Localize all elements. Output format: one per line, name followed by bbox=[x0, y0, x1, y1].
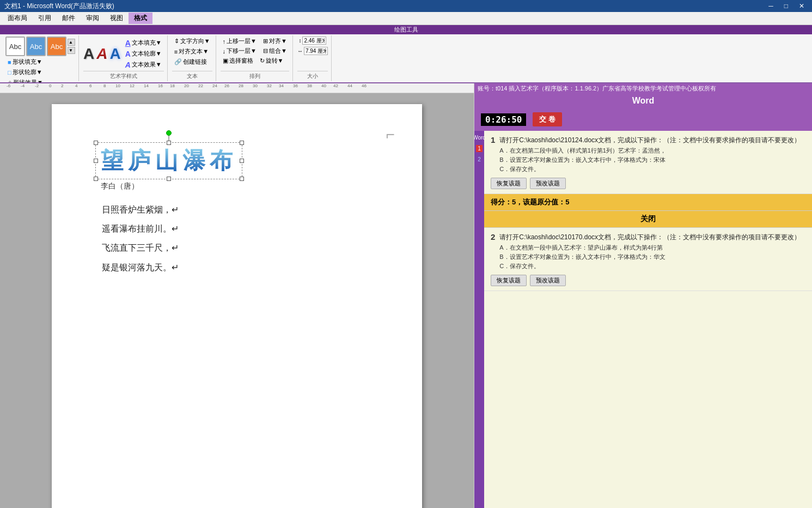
q2-restore-btn[interactable]: 恢复该题 bbox=[491, 275, 527, 286]
ribbon-group-shape-style: Abc Abc Abc ▲ ▼ ■形状填充▼ □形状轮廓▼ ◈形状效果▼ bbox=[2, 35, 79, 81]
selection-pane-btn[interactable]: ▣ 选择窗格 bbox=[221, 56, 255, 65]
shape-style-btn-1[interactable]: Abc bbox=[5, 37, 25, 56]
shape-style-expand-up[interactable]: ▲ bbox=[68, 39, 75, 46]
art-title-text: 望庐山瀑布 bbox=[101, 148, 237, 173]
q2-sub-c: C．保存文件。 bbox=[499, 262, 801, 270]
ribbon: Abc Abc Abc ▲ ▼ ■形状填充▼ □形状轮廓▼ ◈形状效果▼ bbox=[0, 34, 812, 83]
size-width-input[interactable] bbox=[304, 47, 328, 55]
shape-style-expand-down[interactable]: ▼ bbox=[68, 47, 75, 54]
title-bar-text: 文档1 - Microsoft Word(产品激活失败) bbox=[4, 2, 114, 11]
doc-scroll[interactable]: ⌐ bbox=[0, 93, 474, 508]
question-text-2: 请打开C:\kaoshi\doc\210170.docx文档，完成以下操作：（注… bbox=[499, 232, 801, 243]
ribbon-group-arrange: ↑ 上移一层▼ ⊞ 对齐▼ ↓ 下移一层▼ ⊟ 组合▼ ▣ 选择窗格 ↻ 旋转▼… bbox=[217, 35, 293, 81]
align-btn[interactable]: ⊞ 对齐▼ bbox=[261, 37, 289, 46]
question-number-1: 1 bbox=[491, 135, 495, 144]
menu-layout[interactable]: 面布局 bbox=[2, 13, 33, 24]
rotate-btn[interactable]: ↻ 旋转▼ bbox=[258, 56, 286, 65]
word-area: -6 -4 -2 0 2 4 6 8 10 12 14 16 18 20 22 … bbox=[0, 83, 474, 508]
word-title-right: Word bbox=[474, 94, 812, 108]
ribbon-group-art-text: A A A A 文本填充▼ A 文本轮廓▼ A 文本效果▼ bbox=[80, 35, 168, 81]
minimize-btn[interactable]: ─ bbox=[765, 2, 777, 10]
close-bar[interactable]: 关闭 bbox=[484, 211, 812, 228]
art-text-style-3[interactable]: A bbox=[109, 45, 120, 63]
text-effect-btn[interactable]: A 文本效果▼ bbox=[123, 60, 164, 70]
ribbon-group-size: ↕ ↔ 大小 bbox=[294, 35, 332, 81]
submit-button[interactable]: 交 卷 bbox=[533, 112, 562, 126]
q1-sub-b: B．设置艺术字对象位置为：嵌入文本行中，字体格式为：宋体 bbox=[499, 156, 801, 164]
poem-author-line: 李白（唐） bbox=[101, 182, 389, 191]
art-text-content: 望庐山瀑布 bbox=[95, 142, 242, 179]
art-text-container[interactable]: 望庐山瀑布 bbox=[95, 142, 242, 179]
menu-review[interactable]: 审阅 bbox=[81, 13, 105, 24]
poem-lines: 日照香炉生紫烟，↵ 遥看瀑布挂前川。↵ 飞流直下三千尺，↵ 疑是银河落九天。↵ bbox=[84, 200, 389, 277]
poem-line-4: 疑是银河落九天。↵ bbox=[84, 258, 389, 277]
menu-mail[interactable]: 邮件 bbox=[57, 13, 81, 24]
question-number-2: 2 bbox=[491, 232, 495, 241]
q1-sub-c: C．保存文件。 bbox=[499, 165, 801, 173]
q1-restore-btn[interactable]: 恢复该题 bbox=[491, 178, 527, 189]
side-nav-item-1[interactable]: 1 bbox=[475, 144, 484, 153]
shape-fill-btn[interactable]: ■形状填充▼ bbox=[5, 57, 75, 66]
poem-line-2: 遥看瀑布挂前川。↵ bbox=[84, 219, 389, 238]
q1-sub-a: A．在文档第二段中插入（样式第1行第1列）艺术字：孟浩然， bbox=[499, 147, 801, 155]
ribbon-group-text: ⇕ 文字方向▼ ≡ 对齐文本▼ 🔗 创建链接 文本 bbox=[169, 35, 216, 81]
art-text-label: 艺术字样式 bbox=[83, 71, 164, 80]
rotation-handle[interactable] bbox=[166, 130, 172, 136]
arrange-label: 排列 bbox=[221, 71, 289, 80]
selection-bracket: ⌐ bbox=[386, 126, 395, 143]
close-btn[interactable]: ✕ bbox=[796, 2, 808, 10]
shape-outline-btn[interactable]: □形状轮廓▼ bbox=[5, 68, 75, 77]
text-outline-btn[interactable]: A 文本轮廓▼ bbox=[123, 49, 164, 59]
q2-preview-btn[interactable]: 预改该题 bbox=[530, 275, 566, 286]
align-text-btn[interactable]: ≡ 对齐文本▼ bbox=[172, 47, 211, 56]
send-back-btn[interactable]: ↓ 下移一层▼ bbox=[221, 46, 259, 56]
shape-style-btn-2[interactable]: Abc bbox=[26, 37, 46, 56]
create-link-btn[interactable]: 🔗 创建链接 bbox=[172, 57, 209, 66]
shape-style-btn-3[interactable]: Abc bbox=[47, 37, 66, 56]
right-content: 1 请打开C:\kaoshi\doc\210124.docx文档，完成以下操作：… bbox=[484, 131, 812, 508]
group-btn[interactable]: ⊟ 组合▼ bbox=[261, 46, 289, 56]
size-height-input[interactable] bbox=[302, 37, 326, 45]
ruler: -6 -4 -2 0 2 4 6 8 10 12 14 16 18 20 22 … bbox=[0, 83, 474, 93]
poem-line-3: 飞流直下三千尺，↵ bbox=[84, 238, 389, 257]
doc-page: ⌐ bbox=[52, 104, 422, 508]
question-item-2: 2 请打开C:\kaoshi\doc\210170.docx文档，完成以下操作：… bbox=[484, 228, 812, 291]
q2-sub-b: B．设置艺术字对象位置为：嵌入文本行中，字体格式为：华文 bbox=[499, 253, 801, 261]
timer-display: 0:26:50 bbox=[481, 113, 526, 126]
menu-references[interactable]: 引用 bbox=[33, 13, 57, 24]
menu-view[interactable]: 视图 bbox=[105, 13, 129, 24]
side-nav: Word 1 2 bbox=[474, 131, 484, 508]
question-text-1: 请打开C:\kaoshi\doc\210124.docx文档，完成以下操作：（注… bbox=[499, 135, 801, 146]
maximize-btn[interactable]: □ bbox=[781, 2, 791, 10]
main-area: -6 -4 -2 0 2 4 6 8 10 12 14 16 18 20 22 … bbox=[0, 83, 812, 508]
right-main: Word 1 2 1 请打开C:\kaoshi\doc\210124.docx文… bbox=[474, 131, 812, 508]
ribbon-tools-header: 绘图工具 bbox=[0, 25, 812, 34]
art-text-style-2[interactable]: A bbox=[96, 45, 107, 63]
q1-actions: 恢复该题 预改该题 bbox=[491, 178, 805, 189]
title-bar: 文档1 - Microsoft Word(产品激活失败) ─ □ ✕ bbox=[0, 0, 812, 12]
size-label: 大小 bbox=[297, 71, 328, 80]
text-fill-btn[interactable]: A 文本填充▼ bbox=[123, 38, 164, 48]
score-section: 得分：5，该题原分值：5 bbox=[484, 194, 812, 211]
menu-bar: 面布局 引用 邮件 审阅 视图 格式 bbox=[0, 12, 812, 25]
right-panel: 账号：t014 插入艺术字（程序版本：1.1.96.2）广东省高等学校教学考试管… bbox=[474, 83, 812, 508]
q1-preview-btn[interactable]: 预改该题 bbox=[530, 178, 566, 189]
side-nav-item-2[interactable]: 2 bbox=[475, 155, 484, 164]
poem-line-1: 日照香炉生紫烟，↵ bbox=[84, 200, 389, 219]
art-text-style-1[interactable]: A bbox=[83, 45, 94, 63]
timer-row: 0:26:50 交 卷 bbox=[474, 108, 812, 131]
menu-format[interactable]: 格式 bbox=[129, 13, 152, 24]
text-direction-btn[interactable]: ⇕ 文字方向▼ bbox=[172, 37, 212, 46]
right-top-bar: 账号：t014 插入艺术字（程序版本：1.1.96.2）广东省高等学校教学考试管… bbox=[474, 83, 812, 94]
question-item-1: 1 请打开C:\kaoshi\doc\210124.docx文档，完成以下操作：… bbox=[484, 131, 812, 194]
shape-effect-btn[interactable]: ◈形状效果▼ bbox=[5, 78, 75, 83]
text-group-label: 文本 bbox=[172, 71, 212, 80]
q2-sub-a: A．在文档第一段中插入艺术字：望庐山瀑布，样式为第4行第 bbox=[499, 244, 801, 252]
bring-front-btn[interactable]: ↑ 上移一层▼ bbox=[221, 37, 259, 46]
q2-actions: 恢复该题 预改该题 bbox=[491, 275, 805, 286]
rotation-line bbox=[169, 136, 169, 141]
